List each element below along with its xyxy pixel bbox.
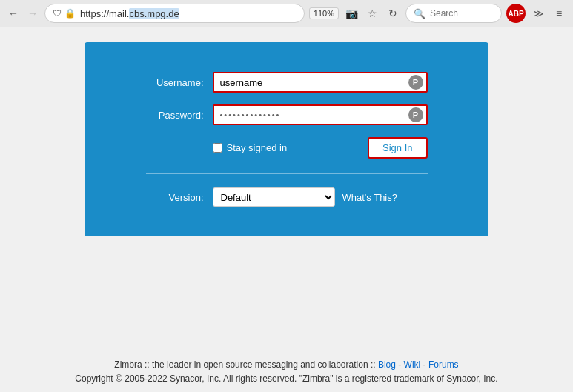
username-row: Username:	[146, 72, 428, 93]
version-label: Version:	[146, 192, 213, 203]
browser-toolbar: ← → 🛡 🔒 https://mail.cbs.mpg.de 110% 📷 ☆…	[0, 0, 573, 27]
password-input-wrapper	[213, 104, 428, 125]
username-password-manager-icon[interactable]	[408, 75, 423, 90]
search-icon: 🔍	[414, 8, 425, 19]
zoom-badge[interactable]: 110%	[309, 7, 339, 19]
search-input[interactable]	[430, 8, 494, 19]
password-row: Password:	[146, 104, 428, 125]
abp-badge[interactable]: ABP	[506, 4, 526, 23]
extensions-button[interactable]: ≫	[530, 5, 546, 21]
lock-icon: 🔒	[64, 8, 76, 19]
address-bar-icons: 🛡 🔒	[53, 8, 76, 19]
username-label: Username:	[146, 77, 213, 88]
back-button[interactable]: ←	[6, 6, 21, 21]
address-text: https://mail.cbs.mpg.de	[80, 8, 297, 19]
screenshot-icon[interactable]: 📷	[343, 5, 360, 21]
forward-button[interactable]: →	[25, 6, 40, 21]
menu-button[interactable]: ≡	[551, 5, 567, 21]
login-form: Username: Password: Stay signed in	[146, 72, 428, 207]
checkbox-row: Stay signed in Sign In	[146, 137, 428, 159]
password-manager-icon[interactable]	[408, 107, 423, 122]
username-input[interactable]	[213, 72, 428, 93]
footer-line-2: Copyright © 2005-2022 Synacor, Inc. All …	[15, 372, 558, 386]
browser-chrome: ← → 🛡 🔒 https://mail.cbs.mpg.de 110% 📷 ☆…	[0, 0, 573, 27]
footer-line-1: Zimbra :: the leader in open source mess…	[15, 358, 558, 372]
username-input-wrapper	[213, 72, 428, 93]
search-box[interactable]: 🔍	[405, 4, 502, 23]
shield-icon: 🛡	[53, 8, 62, 19]
blog-link[interactable]: Blog	[378, 359, 396, 370]
forums-link[interactable]: Forums	[428, 359, 459, 370]
version-row: Version: Default Advanced Mobile What's …	[146, 187, 428, 207]
address-bar[interactable]: 🛡 🔒 https://mail.cbs.mpg.de	[44, 4, 305, 23]
footer: Zimbra :: the leader in open source mess…	[0, 349, 573, 392]
divider	[146, 173, 428, 174]
whats-this-link[interactable]: What's This?	[342, 192, 398, 203]
login-container: Username: Password: Stay signed in	[85, 42, 488, 236]
stay-signed-checkbox[interactable]	[213, 143, 222, 153]
refresh-icon[interactable]: ↻	[385, 5, 401, 21]
password-label: Password:	[146, 110, 213, 121]
star-icon[interactable]: ☆	[364, 5, 380, 21]
sign-in-button[interactable]: Sign In	[368, 137, 427, 159]
version-select[interactable]: Default Advanced Mobile	[213, 187, 335, 207]
wiki-link[interactable]: Wiki	[404, 359, 421, 370]
stay-signed-group: Stay signed in	[213, 142, 288, 153]
stay-signed-label: Stay signed in	[227, 142, 288, 153]
page-content: Username: Password: Stay signed in	[0, 27, 573, 349]
password-input[interactable]	[213, 104, 428, 125]
